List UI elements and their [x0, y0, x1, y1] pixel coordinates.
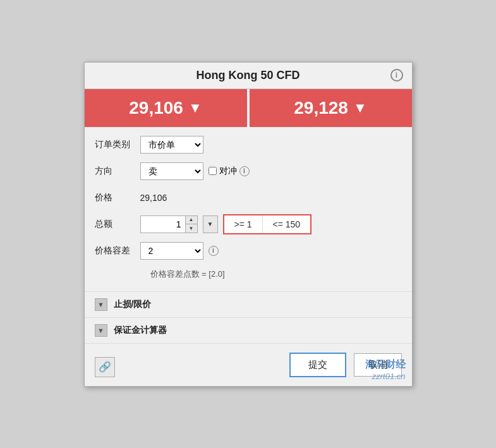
- quantity-input-group: ▲ ▼: [140, 215, 198, 233]
- price-control: 29,106: [140, 193, 402, 203]
- order-type-row: 订单类别 市价单: [95, 135, 402, 155]
- stop-limit-label: 止损/限价: [114, 299, 152, 310]
- range-min-value: >= 1: [224, 215, 263, 233]
- bid-price-cell[interactable]: 29,106 ▼: [85, 89, 250, 127]
- order-type-select[interactable]: 市价单: [140, 136, 203, 154]
- hedge-info-icon[interactable]: i: [239, 166, 250, 176]
- submit-button[interactable]: 提交: [289, 353, 346, 377]
- stop-limit-collapse-icon[interactable]: ▼: [95, 298, 107, 311]
- price-row: 29,106 ▼ 29,128 ▼: [85, 89, 412, 127]
- margin-calc-section[interactable]: ▼ 保证金计算器: [85, 318, 412, 344]
- stepper-buttons: ▲ ▼: [185, 216, 197, 233]
- hedge-checkbox-area: 对冲 i: [209, 166, 250, 177]
- quantity-input[interactable]: [141, 216, 185, 233]
- total-row: 总额 ▲ ▼ ▼ >= 1 <= 150: [95, 214, 402, 234]
- direction-row: 方向 卖 对冲 i: [95, 161, 402, 181]
- hedge-checkbox[interactable]: [209, 167, 217, 175]
- tolerance-row: 价格容差 2 i: [95, 241, 402, 261]
- tolerance-control: 2 i: [140, 242, 219, 260]
- margin-calc-label: 保证金计算器: [114, 325, 167, 336]
- bid-price-value: 29,106: [129, 98, 183, 118]
- quantity-wrapper: ▲ ▼ ▼: [140, 215, 218, 233]
- total-control: ▲ ▼ ▼ >= 1 <= 150: [140, 214, 402, 234]
- margin-calc-collapse-icon[interactable]: ▼: [95, 324, 107, 337]
- tolerance-info-icon[interactable]: i: [209, 246, 219, 256]
- direction-select[interactable]: 卖: [140, 162, 203, 180]
- price-label: 价格: [95, 192, 140, 203]
- footer-row: 🔗 提交 取消 海马财经 zzrt01.cn: [85, 344, 412, 386]
- range-max-value: <= 150: [263, 215, 311, 233]
- stepper-down-button[interactable]: ▼: [186, 224, 197, 233]
- order-type-label: 订单类别: [95, 139, 140, 150]
- cancel-button[interactable]: 取消: [354, 353, 402, 377]
- ask-price-value: 29,128: [294, 98, 348, 118]
- hedge-label: 对冲: [219, 166, 237, 177]
- direction-label: 方向: [95, 166, 140, 177]
- tolerance-label: 价格容差: [95, 245, 140, 257]
- price-row-form: 价格 29,106: [95, 188, 402, 208]
- stop-limit-section[interactable]: ▼ 止损/限价: [85, 292, 412, 318]
- total-label: 总额: [95, 219, 140, 230]
- tolerance-select[interactable]: 2: [140, 242, 203, 260]
- bid-arrow-icon: ▼: [188, 100, 202, 116]
- header-info-icon[interactable]: i: [390, 69, 403, 82]
- quantity-dropdown-button[interactable]: ▼: [203, 215, 218, 233]
- order-type-control: 市价单: [140, 136, 402, 154]
- ask-price-cell[interactable]: 29,128 ▼: [250, 89, 412, 127]
- price-display: 29,106: [140, 193, 167, 203]
- link-icon[interactable]: 🔗: [95, 357, 115, 377]
- panel-header: Hong Kong 50 CFD i: [85, 63, 412, 89]
- tolerance-hint: 价格容差点数 = [2.0]: [95, 263, 402, 284]
- ask-arrow-icon: ▼: [353, 100, 367, 116]
- trading-panel: Hong Kong 50 CFD i 29,106 ▼ 29,128 ▼ 订单类…: [84, 62, 413, 387]
- direction-control: 卖 对冲 i: [140, 162, 402, 180]
- quantity-range-box: >= 1 <= 150: [223, 214, 312, 234]
- instrument-title: Hong Kong 50 CFD: [197, 69, 300, 82]
- form-section: 订单类别 市价单 方向 卖 对冲 i 价格: [85, 127, 412, 292]
- stepper-up-button[interactable]: ▲: [186, 216, 197, 224]
